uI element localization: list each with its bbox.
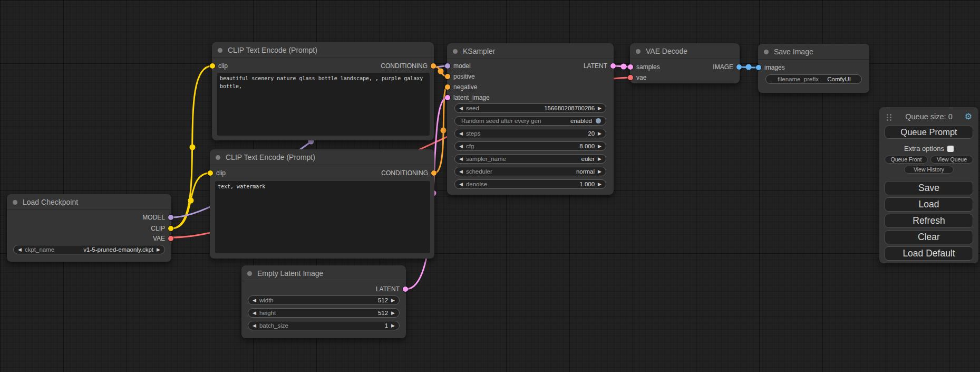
input-port-clip[interactable]	[210, 63, 215, 69]
node-clip-text-encode-positive[interactable]: CLIP Text Encode (Prompt) clip CONDITION…	[212, 42, 434, 140]
decrement-arrow-icon[interactable]: ◀	[253, 295, 256, 305]
output-port-latent[interactable]	[403, 287, 408, 292]
node-load-checkpoint[interactable]: Load Checkpoint MODEL CLIP VAE ◀ ckpt_na…	[7, 194, 171, 262]
increment-arrow-icon[interactable]: ▶	[598, 167, 601, 176]
collapse-dot-icon[interactable]	[218, 48, 222, 53]
extra-options-checkbox[interactable]	[947, 146, 954, 152]
queue-prompt-button[interactable]: Queue Prompt	[885, 126, 973, 139]
drag-handle-icon[interactable]	[887, 114, 888, 116]
widget-sampler-name[interactable]: ◀ sampler_name euler ▶	[454, 154, 606, 164]
widget-cfg[interactable]: ◀ cfg 8.000 ▶	[454, 141, 606, 151]
input-label: images	[764, 64, 785, 71]
decrement-arrow-icon[interactable]: ◀	[459, 154, 463, 164]
widget-label: Random seed after every gen	[461, 118, 541, 124]
widget-steps[interactable]: ◀ steps 20 ▶	[454, 129, 606, 138]
increment-arrow-icon[interactable]: ▶	[598, 154, 601, 164]
increment-arrow-icon[interactable]: ▶	[391, 321, 395, 330]
link-dot	[438, 69, 444, 74]
output-port-latent[interactable]	[610, 63, 616, 69]
decrement-arrow-icon[interactable]: ◀	[459, 179, 463, 189]
node-title: Empty Latent Image	[257, 269, 323, 278]
input-label: clip	[218, 62, 228, 70]
collapse-dot-icon[interactable]	[636, 49, 641, 54]
input-port-vae[interactable]	[628, 75, 633, 80]
widget-height[interactable]: ◀ height 512 ▶	[248, 308, 400, 318]
input-port-clip[interactable]	[208, 170, 213, 176]
widget-batch-size[interactable]: ◀ batch_size 1 ▶	[248, 321, 400, 330]
increment-arrow-icon[interactable]: ▶	[157, 245, 160, 254]
output-port-clip[interactable]	[168, 226, 173, 231]
decrement-arrow-icon[interactable]: ◀	[459, 141, 463, 151]
refresh-button[interactable]: Refresh	[885, 214, 973, 228]
node-title-bar[interactable]: Save Image	[758, 44, 869, 60]
node-title: Save Image	[774, 47, 813, 56]
load-default-button[interactable]: Load Default	[885, 246, 973, 261]
widget-ckpt-name[interactable]: ◀ ckpt_name v1-5-pruned-emaonly.ckpt ▶	[13, 245, 165, 254]
node-title-bar[interactable]: VAE Decode	[630, 43, 740, 59]
widget-seed[interactable]: ◀ seed 156680208700286 ▶	[454, 103, 606, 113]
node-title-bar[interactable]: KSampler	[447, 43, 614, 59]
increment-arrow-icon[interactable]: ▶	[598, 129, 601, 138]
toggle-knob[interactable]	[595, 118, 601, 124]
decrement-arrow-icon[interactable]: ◀	[253, 308, 256, 318]
node-title-bar[interactable]: CLIP Text Encode (Prompt)	[212, 42, 434, 58]
collapse-dot-icon[interactable]	[13, 200, 17, 205]
input-label: positive	[453, 73, 475, 80]
widget-value: normal	[576, 168, 595, 175]
collapse-dot-icon[interactable]	[247, 271, 252, 276]
increment-arrow-icon[interactable]: ▶	[598, 141, 601, 151]
widget-filename-prefix[interactable]: filename_prefix ComfyUI	[765, 74, 862, 84]
decrement-arrow-icon[interactable]: ◀	[18, 245, 22, 254]
increment-arrow-icon[interactable]: ▶	[598, 103, 601, 113]
queue-size-label: Queue size: 0	[905, 112, 952, 121]
view-queue-button[interactable]: View Queue	[930, 156, 973, 164]
output-port-vae[interactable]	[168, 236, 173, 241]
output-port-conditioning[interactable]	[431, 63, 436, 69]
widget-denoise[interactable]: ◀ denoise 1.000 ▶	[454, 179, 606, 189]
view-history-button[interactable]: View History	[904, 166, 954, 174]
node-clip-text-encode-negative[interactable]: CLIP Text Encode (Prompt) clip CONDITION…	[210, 149, 434, 259]
widget-label: height	[259, 310, 276, 316]
output-port-model[interactable]	[168, 215, 173, 220]
node-save-image[interactable]: Save Image images filename_prefix ComfyU…	[758, 44, 869, 93]
input-label: negative	[453, 83, 477, 91]
input-port-positive[interactable]	[445, 74, 450, 79]
node-empty-latent-image[interactable]: Empty Latent Image LATENT ◀ width 512 ▶ …	[241, 265, 406, 338]
link-dot	[441, 128, 447, 133]
decrement-arrow-icon[interactable]: ◀	[459, 167, 463, 176]
increment-arrow-icon[interactable]: ▶	[598, 179, 601, 189]
widget-label: batch_size	[259, 322, 288, 329]
prompt-textarea[interactable]: beautiful scenery nature glass bottle la…	[217, 73, 430, 136]
widget-width[interactable]: ◀ width 512 ▶	[248, 295, 400, 305]
prompt-textarea[interactable]: text, watermark	[215, 181, 430, 253]
clear-button[interactable]: Clear	[885, 230, 973, 244]
settings-gear-icon[interactable]: ⚙︎	[965, 111, 972, 121]
node-title-bar[interactable]: CLIP Text Encode (Prompt)	[210, 149, 434, 165]
input-port-samples[interactable]	[628, 64, 633, 70]
increment-arrow-icon[interactable]: ▶	[391, 308, 395, 318]
input-port-negative[interactable]	[445, 84, 450, 90]
load-button[interactable]: Load	[885, 197, 973, 212]
input-port-latent-image[interactable]	[445, 95, 450, 100]
collapse-dot-icon[interactable]	[216, 155, 220, 160]
node-title-bar[interactable]: Load Checkpoint	[7, 194, 171, 210]
input-port-images[interactable]	[756, 65, 761, 70]
increment-arrow-icon[interactable]: ▶	[391, 295, 395, 305]
collapse-dot-icon[interactable]	[453, 49, 458, 54]
widget-random-seed-toggle[interactable]: Random seed after every gen enabled	[454, 116, 606, 126]
node-ksampler[interactable]: KSampler model positive negative latent_…	[447, 43, 614, 195]
node-title-bar[interactable]: Empty Latent Image	[241, 265, 406, 281]
decrement-arrow-icon[interactable]: ◀	[459, 129, 463, 138]
input-label: clip	[216, 169, 226, 177]
output-port-image[interactable]	[736, 64, 742, 70]
queue-front-button[interactable]: Queue Front	[885, 156, 928, 164]
collapse-dot-icon[interactable]	[764, 50, 769, 54]
node-vae-decode[interactable]: VAE Decode samples vae IMAGE	[630, 43, 740, 83]
widget-label: filename_prefix	[778, 76, 819, 82]
save-button[interactable]: Save	[885, 181, 973, 195]
widget-scheduler[interactable]: ◀ scheduler normal ▶	[454, 167, 606, 176]
decrement-arrow-icon[interactable]: ◀	[253, 321, 256, 330]
output-port-conditioning[interactable]	[431, 170, 436, 176]
decrement-arrow-icon[interactable]: ◀	[459, 103, 463, 113]
input-port-model[interactable]	[445, 63, 450, 69]
